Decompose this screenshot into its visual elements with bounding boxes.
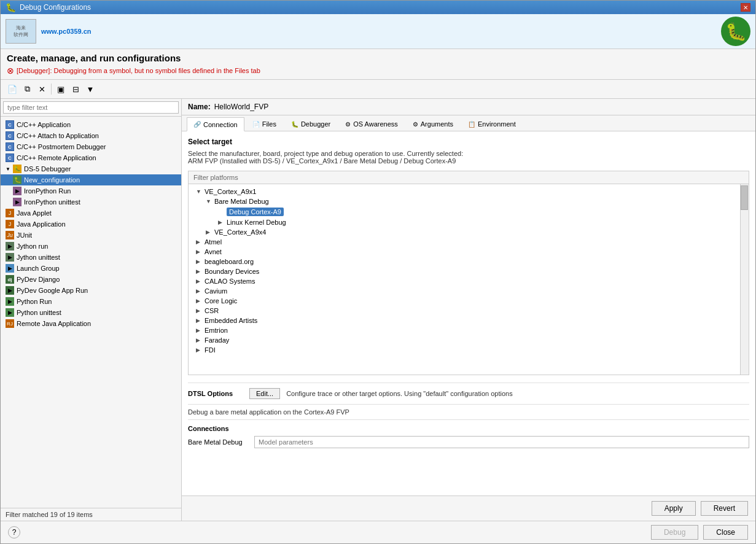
tree-item-java-applet[interactable]: J Java Applet bbox=[1, 208, 181, 219]
cpp-icon-2: C bbox=[6, 131, 14, 140]
current-selection: ARM FVP (Installed with DS-5) / VE_Corte… bbox=[188, 157, 456, 165]
search-input[interactable] bbox=[3, 101, 179, 114]
launch-group-label: Launch Group bbox=[17, 265, 60, 272]
platform-linux-kernel[interactable]: ▶ Linux Kernel Debug bbox=[191, 217, 736, 227]
delete-config-button[interactable]: ✕ bbox=[35, 82, 49, 96]
tree-item-ironpython-test[interactable]: ▶ IronPython unittest bbox=[1, 196, 181, 208]
tree-item-cpp-remote[interactable]: C C/C++ Remote Application bbox=[1, 152, 181, 163]
platform-bare-metal-debug[interactable]: ▼ Bare Metal Debug bbox=[191, 196, 736, 206]
platform-fdi[interactable]: ▶ FDI bbox=[191, 345, 736, 355]
tree-item-cpp-postmortem[interactable]: C C/C++ Postmortem Debugger bbox=[1, 141, 181, 152]
new-config-button[interactable]: 📄 bbox=[6, 82, 19, 96]
debugger-tab-icon: 🐛 bbox=[291, 121, 298, 128]
platform-boundary[interactable]: ▶ Boundary Devices bbox=[191, 266, 736, 276]
tree-item-ds5-folder[interactable]: ▼ 🐛 DS-5 Debugger bbox=[1, 163, 181, 174]
watermark-banner: 海来软件网 www.pc0359.cn 🐛 bbox=[1, 14, 755, 49]
tree-label: C/C++ Attach to Application bbox=[17, 132, 99, 139]
tree-item-launch-group[interactable]: ▶ Launch Group bbox=[1, 263, 181, 274]
error-icon: ⊗ bbox=[7, 66, 14, 76]
debug-button[interactable]: Debug bbox=[651, 525, 698, 540]
tree-item-remote-java[interactable]: RJ Remote Java Application bbox=[1, 318, 181, 329]
close-footer-button[interactable]: Close bbox=[703, 525, 748, 540]
collapse-all-button[interactable]: ⊟ bbox=[69, 82, 82, 96]
platform-ve-cortex-a9x1[interactable]: ▼ VE_Cortex_A9x1 bbox=[191, 187, 736, 196]
tab-files[interactable]: 📄 Files bbox=[246, 117, 283, 131]
select-target-desc: Select the manufacturer, board, project … bbox=[188, 150, 749, 165]
connections-row: Bare Metal Debug bbox=[188, 436, 749, 448]
jython-test-icon: ▶ bbox=[6, 253, 14, 262]
junit-icon: Ju bbox=[6, 231, 14, 239]
watermark-logo: 海来软件网 bbox=[6, 19, 36, 44]
platform-faraday[interactable]: ▶ Faraday bbox=[191, 335, 736, 345]
right-panel: Name: HelloWorld_FVP 🔗 Connection 📄 File… bbox=[182, 99, 755, 521]
arrow-calao: ▶ bbox=[196, 278, 203, 284]
tree-item-jython-run[interactable]: ▶ Jython run bbox=[1, 241, 181, 252]
tree-item-cpp-app[interactable]: C C/C++ Application bbox=[1, 119, 181, 130]
arrow-cavium: ▶ bbox=[196, 288, 203, 294]
toolbar-separator-1 bbox=[51, 84, 52, 95]
tabs-bar: 🔗 Connection 📄 Files 🐛 Debugger ⚙ OS Awa… bbox=[182, 115, 755, 131]
header-error: ⊗ [Debugger]: Debugging from a symbol, b… bbox=[7, 66, 749, 76]
help-button[interactable]: ? bbox=[8, 526, 20, 538]
platform-avnet[interactable]: ▶ Avnet bbox=[191, 247, 736, 257]
error-text: [Debugger]: Debugging from a symbol, but… bbox=[17, 67, 260, 74]
environment-tab-icon: 📋 bbox=[468, 121, 475, 128]
tree-item-cpp-attach[interactable]: C C/C++ Attach to Application bbox=[1, 130, 181, 141]
debug-description: Debug a bare metal application on the Co… bbox=[188, 404, 749, 420]
platform-beagleboard[interactable]: ▶ beagleboard.org bbox=[191, 257, 736, 266]
platform-core-logic[interactable]: ▶ Core Logic bbox=[191, 296, 736, 306]
tree-item-pydev-google[interactable]: ▶ PyDev Google App Run bbox=[1, 285, 181, 296]
tree-item-junit[interactable]: Ju JUnit bbox=[1, 230, 181, 241]
platform-calao[interactable]: ▶ CALAO Systems bbox=[191, 276, 736, 286]
connections-label: Connections bbox=[188, 425, 749, 432]
debug-cortex-label: Debug Cortex-A9 bbox=[227, 208, 284, 216]
apply-button[interactable]: Apply bbox=[652, 501, 696, 516]
jython-run-label: Jython run bbox=[17, 243, 48, 250]
platform-embedded-artists[interactable]: ▶ Embedded Artists bbox=[191, 316, 736, 325]
watermark-title: www.pc0359.cn bbox=[41, 28, 716, 35]
dtsl-edit-button[interactable]: Edit... bbox=[249, 388, 280, 399]
tree-item-java-app[interactable]: J Java Application bbox=[1, 219, 181, 230]
platform-ve-cortex-a9x4[interactable]: ▶ VE_Cortex_A9x4 bbox=[191, 227, 736, 237]
tree-item-pydev-django[interactable]: dj PyDev Django bbox=[1, 274, 181, 285]
arrow-beagleboard: ▶ bbox=[196, 258, 203, 265]
main-content: C C/C++ Application C C/C++ Attach to Ap… bbox=[1, 99, 755, 521]
view-menu-button[interactable]: ▼ bbox=[84, 82, 97, 96]
revert-button[interactable]: Revert bbox=[701, 501, 748, 516]
jython-test-label: Jython unittest bbox=[17, 254, 60, 261]
dtsl-row: DTSL Options Edit... Configure trace or … bbox=[188, 383, 749, 404]
filter-button[interactable]: ▣ bbox=[54, 82, 68, 96]
tree-item-python-test[interactable]: ▶ Python unittest bbox=[1, 307, 181, 318]
model-params-input[interactable] bbox=[254, 436, 749, 448]
tree-item-python-run[interactable]: ▶ Python Run bbox=[1, 296, 181, 307]
os-awareness-tab-icon: ⚙ bbox=[345, 121, 351, 128]
tab-connection[interactable]: 🔗 Connection bbox=[187, 117, 244, 131]
bug-decoration: 🐛 bbox=[721, 17, 750, 46]
name-row: Name: HelloWorld_FVP bbox=[182, 99, 755, 115]
platforms-scrollbar[interactable] bbox=[740, 184, 749, 375]
debug-configurations-window: 🐛 Debug Configurations ✕ 海来软件网 www.pc035… bbox=[0, 0, 756, 544]
tab-debugger[interactable]: 🐛 Debugger bbox=[284, 117, 337, 131]
platform-atmel[interactable]: ▶ Atmel bbox=[191, 237, 736, 247]
python-test-label: Python unittest bbox=[17, 309, 61, 316]
platform-cavium[interactable]: ▶ Cavium bbox=[191, 286, 736, 296]
title-bar-buttons: ✕ bbox=[741, 3, 750, 12]
platform-csr[interactable]: ▶ CSR bbox=[191, 306, 736, 316]
close-button[interactable]: ✕ bbox=[741, 3, 750, 12]
java-app-label: Java Application bbox=[17, 220, 66, 228]
ironpython-run-icon: ▶ bbox=[13, 187, 21, 195]
tab-environment[interactable]: 📋 Environment bbox=[461, 117, 523, 131]
tree-item-ironpython-run[interactable]: ▶ IronPython Run bbox=[1, 185, 181, 196]
remote-java-icon: RJ bbox=[6, 319, 14, 328]
tab-arguments[interactable]: ⚙ Arguments bbox=[406, 117, 460, 131]
platform-emtrion[interactable]: ▶ Emtrion bbox=[191, 325, 736, 335]
pydev-google-label: PyDev Google App Run bbox=[17, 287, 88, 294]
tree-label: C/C++ Postmortem Debugger bbox=[17, 143, 106, 150]
duplicate-config-button[interactable]: ⧉ bbox=[20, 82, 34, 96]
header-area: Create, manage, and run configurations ⊗… bbox=[1, 49, 755, 80]
tree-item-jython-test[interactable]: ▶ Jython unittest bbox=[1, 252, 181, 263]
tree-view: C C/C++ Application C C/C++ Attach to Ap… bbox=[1, 117, 181, 508]
tab-os-awareness[interactable]: ⚙ OS Awareness bbox=[338, 117, 405, 131]
tree-item-new-config[interactable]: 🐛 New_configuration bbox=[1, 174, 181, 185]
platform-debug-cortex-a9[interactable]: Debug Cortex-A9 bbox=[191, 206, 736, 217]
